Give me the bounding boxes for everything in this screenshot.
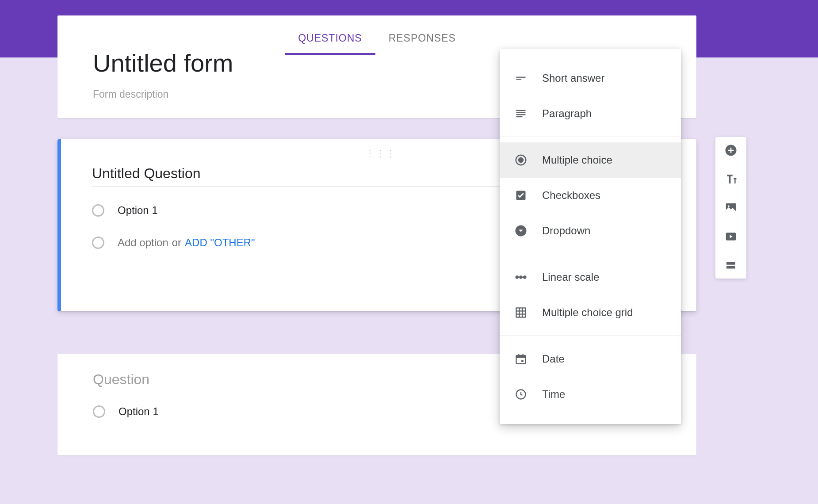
svg-rect-2 xyxy=(516,79,522,80)
svg-rect-3 xyxy=(516,110,526,111)
side-toolbar xyxy=(715,137,746,279)
menu-label: Dropdown xyxy=(542,225,590,237)
question-type-menu: Short answer Paragraph Multiple choice C… xyxy=(500,49,681,424)
svg-rect-24 xyxy=(521,360,524,362)
svg-rect-4 xyxy=(516,112,526,113)
add-other-button[interactable]: ADD "OTHER" xyxy=(185,237,255,249)
tab-responses[interactable]: RESPONSES xyxy=(375,23,469,55)
menu-item-paragraph[interactable]: Paragraph xyxy=(500,96,681,131)
svg-rect-6 xyxy=(516,116,523,117)
menu-label: Multiple choice xyxy=(542,154,612,166)
radio-selected-icon xyxy=(513,152,529,168)
menu-item-time[interactable]: Time xyxy=(500,377,681,412)
add-title-button[interactable] xyxy=(724,172,738,186)
menu-label: Time xyxy=(542,388,565,401)
dropdown-icon xyxy=(513,223,529,239)
svg-rect-31 xyxy=(726,266,735,268)
radio-icon xyxy=(92,237,104,249)
short-answer-icon xyxy=(513,70,529,86)
linear-scale-icon xyxy=(513,269,529,285)
svg-rect-21 xyxy=(516,355,526,358)
svg-rect-14 xyxy=(517,277,525,278)
or-text: or xyxy=(172,237,181,249)
menu-label: Paragraph xyxy=(542,107,592,120)
calendar-icon xyxy=(513,351,529,367)
menu-item-dropdown[interactable]: Dropdown xyxy=(500,213,681,248)
paragraph-icon xyxy=(513,106,529,122)
clock-icon xyxy=(513,386,529,402)
radio-icon xyxy=(92,204,104,217)
svg-rect-23 xyxy=(523,354,524,356)
grid-icon xyxy=(513,305,529,321)
add-option-text[interactable]: Add option xyxy=(118,237,168,249)
option-text[interactable]: Option 1 xyxy=(118,204,158,217)
svg-rect-1 xyxy=(516,77,526,78)
menu-label: Checkboxes xyxy=(542,189,600,202)
menu-label: Linear scale xyxy=(542,271,599,283)
svg-rect-15 xyxy=(516,308,526,317)
menu-item-date[interactable]: Date xyxy=(500,341,681,377)
svg-point-8 xyxy=(519,158,523,162)
add-question-button[interactable] xyxy=(724,144,738,157)
tab-questions[interactable]: QUESTIONS xyxy=(285,23,375,55)
menu-item-linear-scale[interactable]: Linear scale xyxy=(500,260,681,295)
menu-label: Multiple choice grid xyxy=(542,306,633,319)
menu-item-multiple-choice-grid[interactable]: Multiple choice grid xyxy=(500,295,681,330)
menu-item-checkboxes[interactable]: Checkboxes xyxy=(500,178,681,213)
menu-item-short-answer[interactable]: Short answer xyxy=(500,61,681,96)
svg-rect-22 xyxy=(518,354,519,356)
add-image-button[interactable] xyxy=(724,201,738,214)
svg-rect-30 xyxy=(726,262,735,265)
radio-icon xyxy=(93,405,105,418)
option-text: Option 1 xyxy=(118,405,159,418)
svg-rect-5 xyxy=(516,114,526,115)
add-section-button[interactable] xyxy=(724,259,738,272)
menu-label: Date xyxy=(542,353,565,365)
add-video-button[interactable] xyxy=(724,230,738,243)
menu-item-multiple-choice[interactable]: Multiple choice xyxy=(500,142,681,178)
svg-point-28 xyxy=(728,205,730,207)
checkbox-icon xyxy=(513,187,529,203)
menu-label: Short answer xyxy=(542,72,604,84)
question-title-input[interactable]: Untitled Question xyxy=(92,165,525,187)
